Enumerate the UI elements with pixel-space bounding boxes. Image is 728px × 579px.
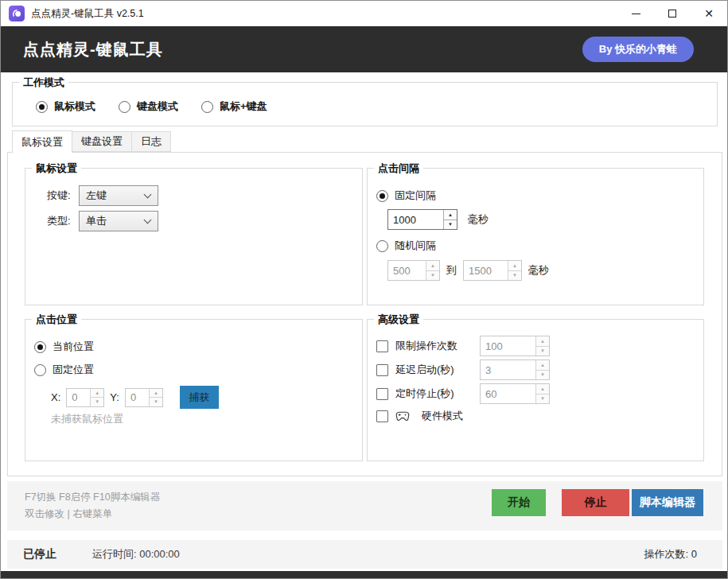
checkbox-unchecked[interactable] — [376, 340, 388, 352]
status-bar: 已停止 运行时间: 00:00:00 操作次数: 0 — [7, 540, 722, 569]
mouse-type-row: 类型: 单击 — [47, 211, 158, 231]
delay-start-label: 延迟启动(秒) — [395, 363, 473, 377]
fixed-interval-row: 1000 ▲ ▼ 毫秒 — [387, 209, 489, 230]
spinner-buttons: ▲ ▼ — [535, 360, 549, 379]
work-mode-options: 鼠标模式 键盘模式 鼠标+键盘 — [36, 99, 267, 114]
script-editor-button[interactable]: 脚本编辑器 — [632, 489, 703, 516]
author-badge[interactable]: By 快乐的小青蛙 — [582, 37, 694, 62]
spinner-down-button[interactable]: ▼ — [508, 271, 521, 281]
app-logo-icon — [9, 6, 25, 21]
tab-strip: 鼠标设置 键盘设置 日志 — [12, 130, 171, 153]
spinner-value: 1000 — [388, 210, 443, 229]
window-controls: ✕ — [617, 1, 727, 26]
tips-line: 双击修改 | 右键菜单 — [25, 506, 160, 523]
random-max-spinner[interactable]: 1500 ▲ ▼ — [463, 260, 522, 281]
random-interval-option[interactable]: 随机间隔 — [376, 239, 436, 253]
spinner-down-button[interactable]: ▼ — [536, 394, 549, 404]
spinner-down-button[interactable]: ▼ — [536, 371, 549, 380]
tab-log[interactable]: 日志 — [132, 131, 171, 152]
workmode-option-mouse[interactable]: 鼠标模式 — [36, 99, 95, 114]
checkbox-unchecked[interactable] — [376, 410, 388, 422]
fixed-interval-option[interactable]: 固定间隔 — [376, 188, 436, 203]
footer-bar: F7切换 F8启停 F10脚本编辑器 双击修改 | 右键菜单 开始 停止 脚本编… — [7, 481, 722, 530]
spinner-down-button[interactable]: ▼ — [150, 398, 162, 406]
minimize-icon — [632, 14, 640, 14]
spinner-up-button[interactable]: ▲ — [426, 261, 439, 271]
page-title: 点点精灵-键鼠工具 — [23, 39, 163, 60]
checkbox-unchecked[interactable] — [376, 388, 388, 400]
spinner-down-button[interactable]: ▼ — [91, 398, 103, 406]
spinner-up-button[interactable]: ▲ — [536, 360, 549, 371]
mouse-button-label: 按键: — [47, 188, 79, 203]
spinner-value: 60 — [481, 384, 535, 403]
current-position-option[interactable]: 当前位置 — [34, 340, 94, 354]
spinner-value: 100 — [481, 336, 535, 356]
x-label: X: — [51, 391, 60, 403]
minimize-button[interactable] — [617, 1, 654, 26]
status-operation-count: 操作次数: 0 — [644, 540, 697, 569]
close-icon: ✕ — [704, 8, 714, 19]
fixed-interval-unit: 毫秒 — [468, 212, 489, 227]
spinner-up-button[interactable]: ▲ — [91, 389, 103, 398]
y-spinner[interactable]: 0 ▲ ▼ — [125, 388, 163, 407]
spinner-value: 3 — [481, 360, 535, 379]
maximize-icon — [668, 10, 676, 17]
start-button[interactable]: 开始 — [492, 489, 546, 516]
hardware-mode-label: 硬件模式 — [422, 409, 463, 423]
maximize-button[interactable] — [654, 1, 691, 26]
hardware-mode-row[interactable]: 硬件模式 — [376, 409, 463, 423]
spinner-buttons: ▲ ▼ — [149, 389, 162, 406]
radio-unchecked[interactable] — [201, 101, 213, 113]
advanced-settings-legend: 高级设置 — [374, 313, 423, 327]
radio-checked[interactable] — [36, 101, 48, 113]
spinner-down-button[interactable]: ▼ — [444, 220, 457, 230]
status-state: 已停止 — [23, 540, 56, 569]
x-spinner[interactable]: 0 ▲ ▼ — [66, 388, 104, 407]
fixed-interval-spinner[interactable]: 1000 ▲ ▼ — [387, 209, 457, 230]
app-window: 点点精灵-键鼠工具 v2.5.1 ✕ 点点精灵-键鼠工具 By 快乐的小青蛙 工… — [0, 0, 728, 579]
workmode-option-keyboard[interactable]: 键盘模式 — [119, 99, 178, 114]
random-interval-unit: 毫秒 — [528, 263, 549, 278]
click-position-group: 点击位置 当前位置 固定位置 X: 0 ▲ ▼ Y: 0 ▲ ▼ — [25, 319, 363, 461]
advanced-settings-group: 高级设置 限制操作次数 100 ▲ ▼ 延迟启动(秒) 3 ▲ ▼ — [367, 319, 704, 461]
tab-mouse-settings[interactable]: 鼠标设置 — [12, 130, 72, 153]
stop-button[interactable]: 停止 — [562, 489, 629, 516]
spinner-up-button[interactable]: ▲ — [536, 336, 549, 347]
work-mode-group: 工作模式 鼠标模式 键盘模式 鼠标+键盘 — [12, 82, 718, 126]
spinner-up-button[interactable]: ▲ — [536, 384, 549, 394]
random-min-spinner[interactable]: 500 ▲ ▼ — [387, 260, 440, 281]
gamepad-icon — [395, 411, 410, 422]
spinner-value: 1500 — [464, 261, 508, 280]
work-mode-legend: 工作模式 — [19, 76, 68, 90]
capture-button[interactable]: 捕获 — [180, 386, 219, 409]
spinner-down-button[interactable]: ▼ — [536, 347, 549, 356]
radio-checked[interactable] — [376, 190, 388, 202]
close-button[interactable]: ✕ — [691, 1, 727, 26]
coordinates-row: X: 0 ▲ ▼ Y: 0 ▲ ▼ 捕获 — [51, 386, 219, 409]
limit-count-spinner[interactable]: 100 ▲ ▼ — [480, 336, 550, 356]
click-interval-group: 点击间隔 固定间隔 1000 ▲ ▼ 毫秒 随机间隔 500 ▲ — [367, 168, 704, 305]
mouse-button-select[interactable]: 左键 — [79, 185, 158, 206]
radio-unchecked[interactable] — [34, 364, 46, 376]
spinner-up-button[interactable]: ▲ — [444, 210, 457, 220]
spinner-up-button[interactable]: ▲ — [150, 389, 162, 398]
timed-stop-spinner[interactable]: 60 ▲ ▼ — [480, 383, 550, 404]
mouse-type-select[interactable]: 单击 — [79, 211, 158, 231]
y-label: Y: — [110, 391, 119, 403]
window-bottom-edge — [1, 571, 727, 578]
delay-start-spinner[interactable]: 3 ▲ ▼ — [480, 359, 550, 380]
workmode-option-label: 鼠标+键盘 — [220, 99, 267, 114]
workmode-option-label: 鼠标模式 — [54, 99, 95, 114]
mouse-settings-group: 鼠标设置 按键: 左键 类型: 单击 — [25, 168, 363, 305]
tab-keyboard-settings[interactable]: 键盘设置 — [72, 131, 132, 152]
radio-checked[interactable] — [34, 341, 46, 353]
spinner-up-button[interactable]: ▲ — [508, 261, 521, 271]
fixed-position-option[interactable]: 固定位置 — [34, 363, 94, 377]
workmode-option-mouse-keyboard[interactable]: 鼠标+键盘 — [201, 99, 267, 114]
spinner-down-button[interactable]: ▼ — [426, 271, 439, 281]
radio-unchecked[interactable] — [119, 101, 130, 113]
hotkey-hints: F7切换 F8启停 F10脚本编辑器 双击修改 | 右键菜单 — [25, 489, 160, 523]
checkbox-unchecked[interactable] — [376, 364, 388, 376]
title-bar: 点点精灵-键鼠工具 v2.5.1 ✕ — [1, 1, 727, 26]
radio-unchecked[interactable] — [376, 240, 388, 252]
